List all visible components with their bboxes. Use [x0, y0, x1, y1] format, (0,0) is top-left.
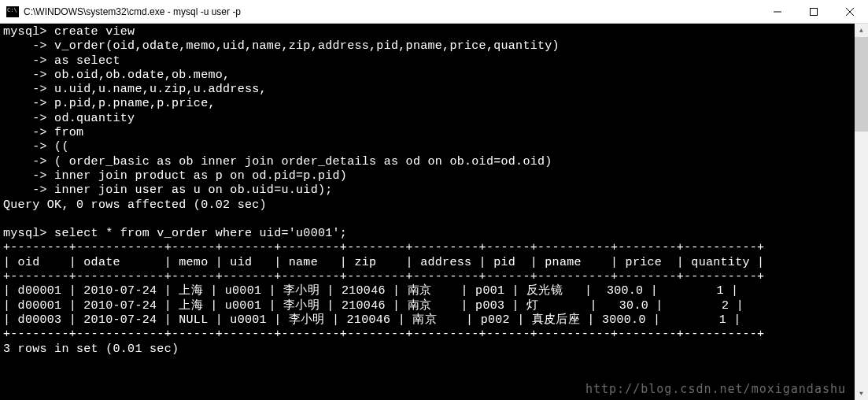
- sql-line: -> as select: [3, 54, 120, 68]
- watermark-text: http://blog.csdn.net/moxigandashu: [585, 382, 846, 396]
- sql-line: -> ob.oid,ob.odate,ob.memo,: [3, 69, 230, 82]
- sql-line: -> ( order_basic as ob inner join order_…: [3, 155, 552, 169]
- select-line: mysql> select * from v_order where uid='…: [3, 227, 347, 240]
- svg-rect-1: [811, 8, 818, 15]
- window-titlebar: C:\WINDOWS\system32\cmd.exe - mysql -u u…: [0, 0, 868, 24]
- terminal-output[interactable]: mysql> create view -> v_order(oid,odate,…: [0, 24, 868, 400]
- table-border: +--------+------------+------+-------+--…: [3, 270, 764, 283]
- sql-line: -> inner join product as p on od.pid=p.p…: [3, 169, 347, 183]
- close-button[interactable]: [832, 0, 868, 23]
- table-row: | d00001 | 2010-07-24 | 上海 | u0001 | 李小明…: [3, 299, 744, 313]
- sql-line: -> inner join user as u on ob.uid=u.uid)…: [3, 183, 333, 197]
- window-controls: [759, 0, 868, 23]
- minimize-button[interactable]: [759, 0, 796, 23]
- vertical-scrollbar[interactable]: ▲ ▼: [855, 24, 868, 400]
- cmd-icon: [6, 6, 19, 17]
- sql-line: -> ((: [3, 140, 69, 154]
- table-border: +--------+------------+------+-------+--…: [3, 328, 764, 341]
- table-row: | d00003 | 2010-07-24 | NULL | u0001 | 李…: [3, 313, 741, 327]
- sql-line: -> u.uid,u.name,u.zip,u.address,: [3, 83, 267, 96]
- rows-in-set-line: 3 rows in set (0.01 sec): [3, 343, 179, 356]
- query-ok-line: Query OK, 0 rows affected (0.02 sec): [3, 198, 267, 212]
- sql-line: -> v_order(oid,odate,memo,uid,name,zip,a…: [3, 39, 560, 53]
- scrollbar-down-icon[interactable]: ▼: [855, 387, 868, 400]
- table-border: +--------+------------+------+-------+--…: [3, 241, 764, 254]
- table-row: | d00001 | 2010-07-24 | 上海 | u0001 | 李小明…: [3, 284, 738, 298]
- window-title: C:\WINDOWS\system32\cmd.exe - mysql -u u…: [24, 6, 241, 17]
- table-header: | oid | odate | memo | uid | name | zip …: [3, 256, 764, 269]
- sql-line: -> p.pid,p.pname,p.price,: [3, 97, 216, 110]
- sql-line: -> from: [3, 126, 83, 139]
- titlebar-left: C:\WINDOWS\system32\cmd.exe - mysql -u u…: [0, 6, 241, 17]
- sql-line: mysql> create view: [3, 25, 135, 39]
- sql-line: -> od.quantity: [3, 112, 135, 125]
- scrollbar-thumb[interactable]: [855, 37, 868, 131]
- maximize-button[interactable]: [796, 0, 832, 23]
- scrollbar-up-icon[interactable]: ▲: [855, 24, 868, 37]
